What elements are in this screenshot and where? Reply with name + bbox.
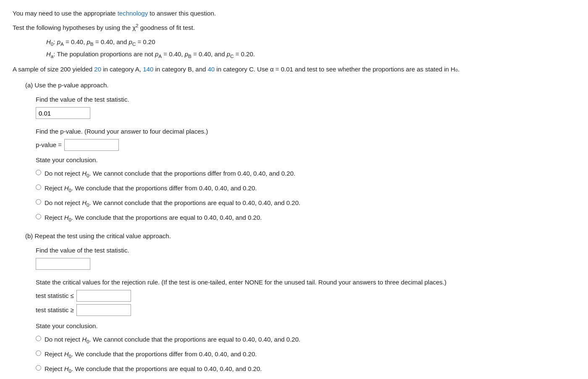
radio-b2[interactable] [36,350,41,356]
conclusion-label-a: State your conclusion. [36,155,575,165]
pvalue-label: p-value = [36,140,62,150]
radio-option-a2: Reject H0. We conclude that the proporti… [36,183,575,195]
h0-line: H0: pA = 0.40, pB = 0.40, and pC = 0.20 [46,37,575,48]
conclusion-label-b: State your conclusion. [36,321,575,331]
critical-label: State the critical values for the reject… [36,277,575,287]
radio-a3[interactable] [36,199,41,205]
test-stat-leq-row: test statistic ≤ [36,290,575,302]
radio-option-a3: Do not reject H0. We cannot conclude tha… [36,198,575,209]
test-stat-leq-input[interactable] [76,290,131,302]
part-a-pvalue: Find the p-value. (Round your answer to … [36,126,575,151]
test-stat-geq-label: test statistic ≥ [36,305,74,315]
ha-line: Ha: The population proportions are not p… [46,49,575,61]
radio-option-b2: Reject H0. We conclude that the proporti… [36,349,575,361]
intro-line2: Test the following hypotheses by using t… [13,22,575,33]
hypotheses-block: H0: pA = 0.40, pB = 0.40, and pC = 0.20 … [46,37,575,60]
part-a-header: (a) Use the p-value approach. [25,80,575,90]
part-b-conclusion: State your conclusion. Do not reject H0.… [36,321,575,379]
radio-option-b3: Reject H0. We conclude that the proporti… [36,364,575,375]
radio-option-b1: Do not reject H0. We cannot conclude tha… [36,334,575,346]
sample-n1: 20 [94,66,101,73]
test-stat-geq-input[interactable] [76,304,131,316]
pvalue-row: p-value = [36,139,575,151]
radio-group-b: Do not reject H0. We cannot conclude tha… [36,334,575,379]
part-a-find-test-stat: Find the value of the test statistic. [36,95,575,125]
part-b-critical: State the critical values for the reject… [36,277,575,316]
radio-a4[interactable] [36,214,41,219]
radio-b1[interactable] [36,336,41,341]
sample-n3: 40 [208,66,215,73]
sample-line: A sample of size 200 yielded 20 in categ… [13,64,575,74]
sample-n2: 140 [143,66,153,73]
test-stat-input-a[interactable] [36,107,90,119]
radio-a2[interactable] [36,184,41,190]
part-b-header: (b) Repeat the test using the critical v… [25,231,575,241]
part-a-section: (a) Use the p-value approach. Find the v… [13,80,575,224]
test-stat-input-b[interactable] [36,258,90,270]
radio-a1[interactable] [36,170,41,175]
part-a-conclusion: State your conclusion. Do not reject H0.… [36,155,575,224]
find-test-stat-label-b: Find the value of the test statistic. [36,245,575,255]
radio-option-a1: Do not reject H0. We cannot conclude tha… [36,168,575,180]
part-b-find-test-stat: Find the value of the test statistic. [36,245,575,276]
radio-group-a: Do not reject H0. We cannot conclude tha… [36,168,575,224]
test-stat-geq-row: test statistic ≥ [36,304,575,316]
part-b-section: (b) Repeat the test using the critical v… [13,231,575,379]
find-pvalue-label: Find the p-value. (Round your answer to … [36,126,575,137]
find-test-stat-label-a: Find the value of the test statistic. [36,95,575,105]
test-stat-leq-label: test statistic ≤ [36,291,74,301]
intro-line1: You may need to use the appropriate tech… [13,8,575,18]
radio-b3[interactable] [36,365,41,371]
technology-link[interactable]: technology [118,10,148,17]
pvalue-input[interactable] [64,139,119,151]
radio-option-a4: Reject H0. We conclude that the proporti… [36,213,575,224]
